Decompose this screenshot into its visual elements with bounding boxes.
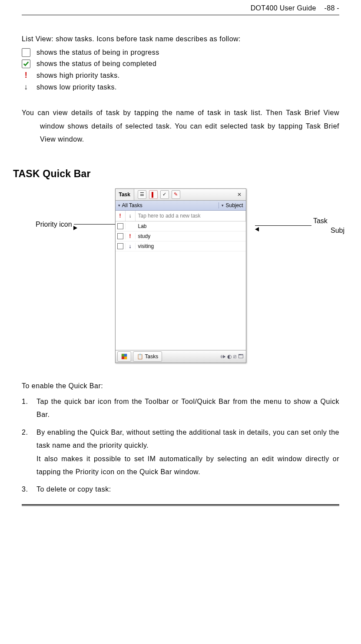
task-checkbox[interactable] [116,243,126,249]
callout-priority-label: Priority icon [36,221,72,228]
callout-line-right [255,225,311,226]
step-number: 3. [22,483,36,496]
page-header: DOT400 User Guide -88 - [22,0,339,15]
callout-task-label: Task [313,217,328,225]
enable-heading: To enable the Quick Bar: [22,380,339,393]
tasks-button-label: Tasks [145,353,159,360]
list-item: 1. Tap the quick bar icon from the Toolb… [22,395,339,422]
toolbar-list-icon[interactable]: ☰ [138,190,146,199]
figure: Priority icon Task Subj Task ☰ ▌ ✓ ✎ ✕ ▾… [22,188,339,367]
footer-rule [22,504,339,506]
step-number: 2. [22,426,36,479]
tray-icon[interactable]: 🗔 [238,353,243,360]
step-text: To delete or copy task: [36,483,339,496]
quick-add-priority[interactable]: ↓ [126,211,136,221]
tasks-button[interactable]: 📋 Tasks [133,351,162,362]
list-item: 2. By enabling the Quick Bar, without se… [22,426,339,479]
chevron-down-icon: ▾ [222,203,224,208]
task-checkbox[interactable] [116,223,126,229]
toolbar-icons: ☰ ▌ ✓ ✎ [134,190,180,199]
svg-rect-2 [124,357,127,359]
callout-subj-label: Subj [331,227,344,234]
quick-add-input[interactable]: Tap here to add a new task [136,211,246,221]
pda-screenshot: Task ☰ ▌ ✓ ✎ ✕ ▾ All Tasks ▾ Subject ! ↓… [115,188,246,363]
list-view-intro: List View: show tasks. Icons before task… [22,33,339,46]
clipboard-icon: 📋 [137,353,143,360]
header-rule [22,15,339,15]
list-item: 3. To delete or copy task: [22,483,339,496]
high-label: shows high priority tasks. [36,72,120,79]
filter-all-tasks[interactable]: ▾ All Tasks [116,202,219,208]
icon-row-completed: shows the status of being completed [22,59,339,68]
start-button[interactable] [117,351,131,362]
toolbar-delete-icon[interactable]: ▌ [149,190,158,199]
svg-rect-3 [124,353,127,356]
task-priority-low-icon[interactable]: ↓ [126,243,136,249]
system-tray: 🕪 ◐ ⎚ 🗔 [220,353,246,360]
filter-left-label: All Tasks [122,202,142,208]
tray-icon[interactable]: ⎚ [233,353,236,360]
low-priority-icon: ↓ [22,83,30,92]
titlebar: Task ☰ ▌ ✓ ✎ ✕ [116,189,246,201]
checkbox-empty-icon [22,48,30,57]
step-text: Tap the quick bar icon from the Toolbar … [36,395,339,422]
task-row[interactable]: Lab [116,221,246,231]
callout-subject: Task Subj [255,217,344,234]
task-checkbox[interactable] [116,233,126,239]
icon-row-high: ! shows high priority tasks. [22,71,339,80]
progress-label: shows the status of being in progress [36,49,159,56]
step-text: By enabling the Quick Bar, without setti… [36,429,339,449]
filter-right-label: Subject [225,202,243,208]
chevron-down-icon: ▾ [118,203,120,208]
page-number: -88 - [325,4,339,12]
details-paragraph: You can view details of task by tapping … [22,106,339,146]
step-number: 1. [22,395,36,422]
filter-subject[interactable]: ▾ Subject [219,202,245,208]
title-tab[interactable]: Task [116,189,134,200]
toolbar-edit-icon[interactable]: ✎ [172,190,180,199]
task-name: Lab [136,223,246,229]
icon-row-progress: shows the status of being in progress [22,48,339,57]
tray-icon[interactable]: ◐ [227,353,232,360]
close-icon[interactable]: ✕ [235,191,243,198]
quick-add-row[interactable]: ! ↓ Tap here to add a new task [116,211,246,221]
section-heading: TASK Quick Bar [13,168,339,180]
quick-add-check[interactable]: ! [116,211,126,221]
toolbar-check-icon[interactable]: ✓ [160,190,169,199]
completed-label: shows the status of being completed [36,60,156,68]
checkbox-checked-icon [22,59,30,68]
task-name: study [136,233,246,239]
icon-row-low: ↓ shows low priority tasks. [22,83,339,92]
tray-icon[interactable]: 🕪 [220,353,225,360]
step-text-extra: It also makes it possible to set IM auto… [36,455,339,476]
high-priority-icon: ! [22,71,30,80]
filter-bar: ▾ All Tasks ▾ Subject [116,201,246,211]
task-row[interactable]: ! study [116,231,246,241]
doc-title: DOT400 User Guide [251,4,316,12]
low-label: shows low priority tasks. [36,83,117,91]
svg-rect-1 [121,353,124,356]
task-list: Lab ! study ↓ visiting [116,221,246,350]
task-name: visiting [136,243,246,249]
steps-list: 1. Tap the quick bar icon from the Toolb… [22,395,339,496]
task-row[interactable]: ↓ visiting [116,241,246,251]
task-priority-high-icon[interactable]: ! [126,233,136,239]
taskbar: 📋 Tasks 🕪 ◐ ⎚ 🗔 [116,350,246,363]
